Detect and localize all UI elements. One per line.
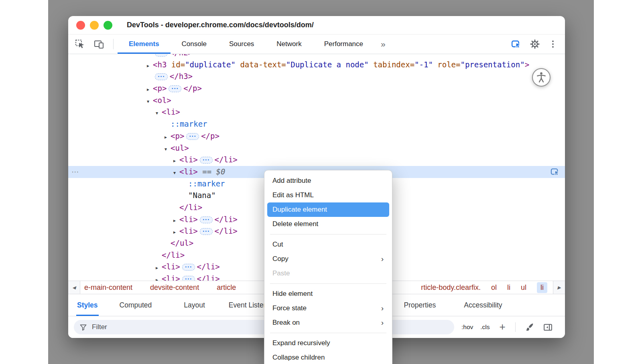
device-toolbar-icon[interactable] — [94, 39, 104, 49]
inspect-badge-icon[interactable] — [511, 39, 522, 50]
settings-gear-icon[interactable] — [530, 39, 540, 49]
menu-item-copy[interactable]: Copy› — [267, 252, 389, 266]
toggle-sidebar-icon[interactable] — [543, 322, 553, 332]
twisty-collapsed-icon[interactable]: ▸ — [156, 274, 162, 281]
menu-item-label: Cut — [272, 241, 283, 248]
twisty-collapsed-icon[interactable]: ▸ — [173, 226, 179, 239]
menu-item-collapse-children[interactable]: Collapse children — [267, 350, 389, 364]
menu-item-label: Expand recursively — [272, 339, 330, 347]
menu-separator — [270, 234, 386, 235]
menu-item-label: Edit as HTML — [272, 191, 314, 199]
node-token-tag: </li> — [215, 215, 238, 224]
menu-item-add-attribute[interactable]: Add attribute — [267, 174, 389, 188]
menu-item-edit-as-html[interactable]: Edit as HTML — [267, 188, 389, 202]
tree-row[interactable]: ▾<li> — [68, 106, 565, 118]
menu-item-delete-element[interactable]: Delete element — [267, 217, 389, 231]
tab-console[interactable]: Console — [171, 34, 218, 54]
node-token-tag: </li> — [215, 226, 238, 235]
tab-properties[interactable]: Properties — [403, 294, 437, 316]
tab-performance[interactable]: Performance — [313, 34, 374, 54]
twisty-expanded-icon[interactable]: ▾ — [147, 96, 153, 108]
twisty-collapsed-icon[interactable]: ▸ — [147, 60, 153, 72]
zoom-window-button[interactable] — [104, 21, 112, 30]
element-classes-button[interactable]: .cls — [480, 324, 490, 331]
menu-item-duplicate-element[interactable]: Duplicate element — [267, 202, 389, 217]
tree-row[interactable]: ···</h3> — [68, 71, 565, 83]
tab-computed[interactable]: Computed — [119, 294, 153, 316]
window-titlebar: DevTools - developer.chrome.com/docs/dev… — [68, 16, 565, 34]
minimize-window-button[interactable] — [90, 21, 99, 30]
menu-item-label: Add attribute — [272, 177, 311, 184]
menu-item-label: Paste — [272, 269, 290, 277]
menu-item-force-state[interactable]: Force state› — [267, 301, 389, 315]
inline-expand-icon[interactable]: ··· — [155, 73, 168, 80]
node-token-pseudo: ::marker — [188, 179, 225, 188]
inline-expand-icon[interactable]: ··· — [169, 85, 181, 92]
inspect-element-icon[interactable] — [75, 39, 85, 49]
breadcrumb-item-rticle-body-clearfix[interactable]: rticle-body.clearfix. — [421, 283, 481, 292]
tree-row[interactable]: ▾<ul> — [68, 142, 565, 154]
inline-expand-icon[interactable]: ··· — [200, 228, 213, 235]
menu-item-break-on[interactable]: Break on› — [267, 315, 389, 330]
traffic-lights — [76, 21, 112, 30]
tree-row[interactable]: ▾<ol> — [68, 95, 565, 107]
tab-accessibility[interactable]: Accessibility — [463, 294, 503, 316]
chevron-right-icon: ▶ — [557, 285, 561, 290]
breadcrumb-item-e-main-content[interactable]: e-main-content — [84, 283, 132, 292]
paint-brush-icon[interactable] — [524, 322, 534, 332]
row-overflow-icon[interactable]: ⋯ — [71, 166, 79, 178]
breadcrumb-item-ul[interactable]: ul — [521, 283, 526, 292]
inline-expand-icon[interactable]: ··· — [200, 157, 213, 164]
twisty-collapsed-icon[interactable]: ▸ — [173, 155, 179, 167]
tab-styles[interactable]: Styles — [76, 294, 99, 316]
overflow-menu-icon[interactable] — [548, 39, 558, 49]
tab-elements[interactable]: Elements — [118, 34, 171, 54]
node-token-tag: </ul> — [171, 239, 193, 247]
node-token-tag: <li> — [179, 155, 198, 164]
twisty-expanded-icon[interactable]: ▾ — [173, 167, 179, 179]
menu-item-cut[interactable]: Cut — [267, 237, 389, 252]
twisty-collapsed-icon[interactable]: ▸ — [147, 84, 153, 96]
inline-expand-icon[interactable]: ··· — [186, 133, 199, 140]
tree-row[interactable]: ···</h2> — [68, 54, 565, 59]
toolbar-right-icons — [511, 39, 565, 50]
filterbar-divider — [515, 322, 516, 332]
tab-network[interactable]: Network — [265, 34, 313, 54]
breadcrumb-item-ol[interactable]: ol — [491, 283, 497, 292]
inline-expand-icon[interactable]: ··· — [200, 216, 213, 223]
twisty-expanded-icon[interactable]: ▾ — [156, 107, 162, 119]
inline-expand-icon[interactable]: ··· — [182, 264, 195, 271]
breadcrumb-scroll-right-button[interactable]: ▶ — [553, 281, 565, 294]
node-token-tag: <h3 — [153, 60, 167, 69]
tab-layout[interactable]: Layout — [183, 294, 206, 316]
tree-row[interactable]: ▸<li>···</li> — [68, 154, 565, 166]
breadcrumb-item-li[interactable]: li — [507, 283, 510, 292]
toggle-element-state-button[interactable]: :hov — [461, 324, 473, 331]
menu-item-paste[interactable]: Paste — [267, 266, 389, 281]
tree-row[interactable]: ::marker — [68, 118, 565, 130]
close-window-button[interactable] — [76, 21, 85, 30]
tab-sources[interactable]: Sources — [218, 34, 265, 54]
inline-expand-icon[interactable]: ··· — [182, 276, 195, 281]
menu-item-expand-recursively[interactable]: Expand recursively — [267, 336, 389, 350]
inline-expand-icon[interactable]: ··· — [155, 54, 168, 57]
twisty-collapsed-icon[interactable]: ▸ — [165, 131, 171, 144]
twisty-collapsed-icon[interactable]: ▸ — [173, 215, 179, 227]
menu-item-hide-element[interactable]: Hide element — [267, 287, 389, 301]
devtools-toolbar: ElementsConsoleSourcesNetworkPerformance… — [68, 34, 565, 54]
tree-row[interactable]: ▸<p>···</p> — [68, 83, 565, 95]
node-token-tag: <li> — [162, 274, 180, 281]
more-tabs-button[interactable]: » — [374, 39, 392, 49]
breadcrumb-item-li[interactable]: li — [537, 282, 547, 293]
breadcrumb-item-devsite-content[interactable]: devsite-content — [150, 283, 199, 292]
breadcrumb-item-article[interactable]: article — [217, 283, 236, 292]
window-title: DevTools - developer.chrome.com/docs/dev… — [127, 21, 314, 29]
twisty-expanded-icon[interactable]: ▾ — [165, 144, 171, 156]
twisty-collapsed-icon[interactable]: ▸ — [156, 262, 162, 274]
tree-row[interactable]: ▸<h3 id="duplicate" data-text="Duplicate… — [68, 59, 565, 71]
node-token-val: "-1" — [414, 60, 433, 69]
node-inspect-badge-icon[interactable] — [550, 167, 560, 177]
tree-row[interactable]: ▸<p>···</p> — [68, 130, 565, 142]
new-style-rule-button[interactable]: + — [500, 322, 506, 332]
breadcrumb-scroll-left-button[interactable]: ◀ — [68, 281, 80, 294]
